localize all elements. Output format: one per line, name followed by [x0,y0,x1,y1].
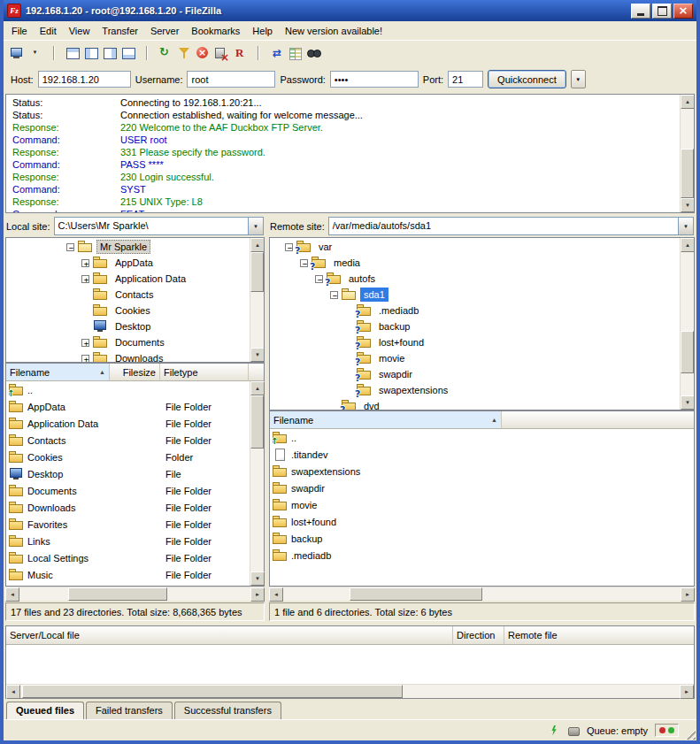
tree-row[interactable]: swapdir [270,366,680,382]
cancel-button[interactable] [194,43,212,63]
tree-row[interactable]: Application Data [6,271,250,287]
toggle-log-button[interactable] [64,43,81,63]
column-header-filename[interactable]: Filename▲ [6,364,110,381]
file-row[interactable]: .. [6,381,250,398]
host-input[interactable] [38,71,131,88]
file-row[interactable]: Contacts File Folder [6,432,250,449]
menu-edit[interactable]: Edit [34,22,63,40]
file-row[interactable]: .mediadb [270,547,694,564]
reconnect-button[interactable] [231,43,249,63]
tree-row[interactable]: Desktop [6,318,250,334]
menu-file[interactable]: File [5,22,34,40]
tree-row[interactable]: var [270,239,680,255]
tree-row[interactable]: Cookies [6,303,250,318]
scroll-down-icon[interactable]: ▼ [250,571,265,586]
expander-icon[interactable] [81,275,89,283]
tree-row[interactable]: lost+found [270,334,680,350]
refresh-button[interactable] [157,43,174,63]
scroll-left-icon[interactable]: ◄ [6,685,20,699]
tab-successful-transfers[interactable]: Successful transfers [174,702,281,719]
file-row[interactable]: Desktop File [6,465,250,482]
file-row[interactable]: Links File Folder [6,533,250,549]
expander-icon[interactable] [330,291,338,299]
file-row[interactable]: Music File Folder [6,566,250,583]
tab-failed-transfers[interactable]: Failed transfers [86,702,173,719]
expander-icon[interactable] [285,243,293,251]
scroll-right-icon[interactable]: ► [680,685,694,699]
socket-icon[interactable] [567,725,580,737]
tree-row[interactable]: Mr Sparkle [6,239,250,255]
tree-row[interactable]: autofs [270,271,680,287]
column-header-server-local-file[interactable]: Server/Local file [6,626,453,645]
password-input[interactable] [330,71,419,88]
file-row[interactable]: backup [270,530,694,547]
tree-row[interactable]: .mediadb [270,303,680,318]
chevron-down-icon[interactable]: ▼ [678,218,693,234]
scroll-up-icon[interactable]: ▲ [250,381,265,395]
scroll-up-icon[interactable]: ▲ [250,238,265,252]
local-tree-scrollbar[interactable]: ▲ ▼ [250,238,264,362]
file-row[interactable]: Cookies Folder [6,449,250,465]
tree-row[interactable]: AppData [6,255,250,271]
scrollbar-thumb[interactable] [681,149,694,198]
menu-transfer[interactable]: Transfer [96,22,144,40]
toolbar-separator[interactable] [250,43,267,63]
tab-queued-files[interactable]: Queued files [6,702,84,719]
column-header-filetype[interactable]: Filetype [160,364,249,381]
scroll-up-icon[interactable]: ▲ [681,238,695,252]
toolbar-separator[interactable] [45,43,63,63]
close-button[interactable] [673,4,693,19]
file-row[interactable]: swapdir [270,479,694,496]
file-row[interactable]: Downloads File Folder [6,499,250,516]
toggle-remote-tree-button[interactable] [101,43,119,63]
file-row[interactable]: .titandev [270,446,694,463]
sync-browsing-button[interactable] [268,43,286,63]
tree-row[interactable]: backup [270,318,680,334]
menu-view[interactable]: View [63,22,96,40]
tree-row[interactable]: sda1 [270,287,680,303]
menu-bookmarks[interactable]: Bookmarks [185,22,246,40]
file-row[interactable]: Local Settings File Folder [6,549,250,566]
local-list-hscrollbar[interactable]: ◄ ► [5,587,265,601]
menu-help[interactable]: Help [246,22,279,40]
scroll-down-icon[interactable]: ▼ [681,395,695,410]
site-manager-dropdown[interactable] [27,43,44,63]
scrollbar-thumb[interactable] [250,395,264,449]
column-header-filesize[interactable]: Filesize [110,364,160,381]
scroll-left-icon[interactable]: ◄ [5,587,19,602]
file-row[interactable]: .. [270,429,694,446]
local-list-scrollbar[interactable]: ▲ ▼ [250,381,264,586]
tree-row[interactable]: Downloads [6,350,250,362]
expander-icon[interactable] [315,275,323,283]
tree-row[interactable]: dvd [270,398,680,410]
column-header-filename[interactable]: Filename▲ [270,411,502,429]
file-row[interactable]: Documents File Folder [6,482,250,499]
expander-icon[interactable] [300,259,308,267]
scrollbar-thumb[interactable] [350,587,482,601]
remote-site-combo[interactable]: /var/media/autofs/sda1 ▼ [328,217,694,235]
local-site-combo[interactable]: C:\Users\Mr Sparkle\ ▼ [54,217,264,235]
file-row[interactable]: lost+found [270,513,694,530]
column-header-remote-file[interactable]: Remote file [504,626,694,645]
minimize-button[interactable] [631,4,650,19]
tree-row[interactable]: movie [270,350,680,366]
scrollbar-thumb[interactable] [22,685,403,698]
tree-row[interactable]: swapextensions [270,382,680,398]
site-manager-button[interactable] [8,43,26,63]
maximize-button[interactable] [652,4,672,19]
tree-row[interactable]: media [270,255,680,271]
scroll-down-icon[interactable]: ▼ [250,348,265,362]
toggle-local-tree-button[interactable] [82,43,100,63]
toggle-queue-button[interactable] [119,43,137,63]
scrollbar-thumb[interactable] [250,252,264,292]
expander-icon[interactable] [81,259,89,267]
remote-tree-scrollbar[interactable]: ▲ ▼ [680,238,694,410]
scrollbar-thumb[interactable] [68,587,167,601]
column-header-direction[interactable]: Direction [453,626,504,645]
menu-server[interactable]: Server [144,22,185,40]
file-row[interactable]: swapextensions [270,463,694,479]
queue-hscrollbar[interactable]: ◄ ► [6,684,694,698]
disconnect-button[interactable] [212,43,230,63]
expander-icon[interactable] [66,243,74,251]
scroll-down-icon[interactable]: ▼ [681,198,695,212]
